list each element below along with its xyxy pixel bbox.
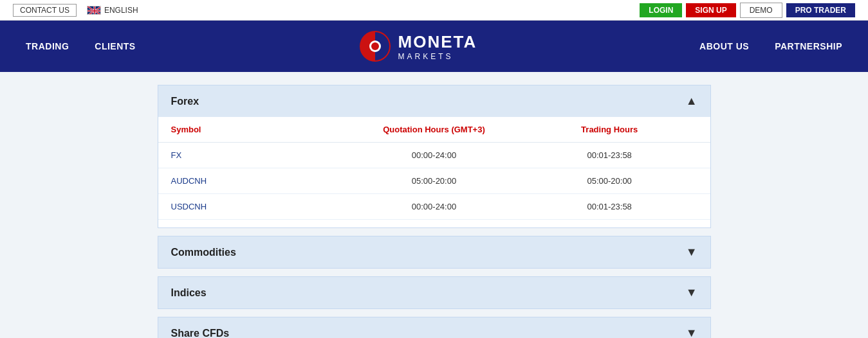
brand-name: MONETA bbox=[398, 32, 477, 52]
protrader-button[interactable]: PRO TRADER bbox=[786, 3, 855, 17]
svg-rect-8 bbox=[94, 6, 95, 15]
nav-right: ABOUT US PARTNERSHIP bbox=[699, 41, 842, 51]
demo-button[interactable]: DEMO bbox=[740, 3, 782, 18]
nav-partnership[interactable]: PARTNERSHIP bbox=[775, 41, 842, 51]
contact-us-button[interactable]: CONTACT US bbox=[13, 4, 77, 17]
nav-left: TRADING CLIENTS bbox=[26, 41, 136, 51]
indices-header[interactable]: Indices ▼ bbox=[158, 277, 710, 308]
language-selector[interactable]: ENGLISH bbox=[87, 6, 138, 15]
logo[interactable]: MONETA MARKETS bbox=[358, 30, 477, 63]
commodities-chevron: ▼ bbox=[686, 245, 697, 259]
trading-fx: 00:01-23:58 bbox=[522, 150, 697, 160]
forex-header[interactable]: Forex ▲ bbox=[158, 85, 710, 117]
forex-chevron: ▲ bbox=[686, 94, 697, 108]
forex-table-header: Symbol Quotation Hours (GMT+3) Trading H… bbox=[158, 117, 710, 143]
forex-section: Forex ▲ Symbol Quotation Hours (GMT+3) T… bbox=[158, 85, 711, 228]
flag-icon bbox=[87, 6, 101, 15]
share-cfds-chevron: ▼ bbox=[686, 326, 697, 338]
indices-title: Indices bbox=[171, 287, 207, 299]
indices-section: Indices ▼ bbox=[158, 276, 711, 309]
brand-sub: MARKETS bbox=[398, 52, 477, 61]
quotation-usdcnh: 00:00-24:00 bbox=[346, 202, 522, 211]
main-content: Forex ▲ Symbol Quotation Hours (GMT+3) T… bbox=[151, 85, 717, 338]
commodities-header[interactable]: Commodities ▼ bbox=[158, 236, 710, 268]
nav-clients[interactable]: CLIENTS bbox=[95, 41, 135, 51]
share-cfds-title: Share CFDs bbox=[171, 328, 230, 339]
nav-about-us[interactable]: ABOUT US bbox=[699, 41, 749, 51]
col-trading: Trading Hours bbox=[522, 125, 697, 134]
commodities-section: Commodities ▼ bbox=[158, 236, 711, 269]
table-row: FX 00:00-24:00 00:01-23:58 bbox=[158, 143, 710, 168]
trading-audcnh: 05:00-20:00 bbox=[522, 176, 697, 186]
login-button[interactable]: LOGIN bbox=[640, 3, 682, 17]
svg-point-11 bbox=[371, 42, 379, 50]
signup-button[interactable]: SIGN UP bbox=[686, 3, 735, 17]
logo-icon bbox=[358, 30, 392, 63]
quotation-fx: 00:00-24:00 bbox=[346, 150, 522, 160]
navbar: TRADING CLIENTS MONETA MARKETS ABOUT US … bbox=[0, 21, 868, 72]
table-row: AUDCNH 05:00-20:00 05:00-20:00 bbox=[158, 168, 710, 194]
symbol-fx: FX bbox=[171, 150, 347, 160]
forex-table: Symbol Quotation Hours (GMT+3) Trading H… bbox=[158, 117, 710, 227]
symbol-usdcnh: USDCNH bbox=[171, 202, 347, 211]
top-bar: CONTACT US ENGLISH LOGIN SIGN UP DE bbox=[0, 0, 868, 21]
commodities-title: Commodities bbox=[171, 247, 236, 258]
share-cfds-section: Share CFDs ▼ bbox=[158, 317, 711, 338]
logo-text: MONETA MARKETS bbox=[398, 32, 477, 61]
share-cfds-header[interactable]: Share CFDs ▼ bbox=[158, 317, 710, 338]
quotation-audcnh: 05:00-20:00 bbox=[346, 176, 522, 186]
col-quotation: Quotation Hours (GMT+3) bbox=[346, 125, 522, 134]
col-symbol: Symbol bbox=[171, 125, 347, 134]
language-label: ENGLISH bbox=[104, 6, 138, 15]
forex-title: Forex bbox=[171, 96, 199, 107]
top-bar-left: CONTACT US ENGLISH bbox=[13, 4, 138, 17]
table-row: USDCNH 00:00-24:00 00:01-23:58 bbox=[158, 194, 710, 220]
symbol-audcnh: AUDCNH bbox=[171, 176, 347, 186]
top-bar-right: LOGIN SIGN UP DEMO PRO TRADER bbox=[640, 3, 855, 18]
nav-trading[interactable]: TRADING bbox=[26, 41, 69, 51]
indices-chevron: ▼ bbox=[686, 286, 697, 299]
trading-usdcnh: 00:01-23:58 bbox=[522, 202, 697, 211]
